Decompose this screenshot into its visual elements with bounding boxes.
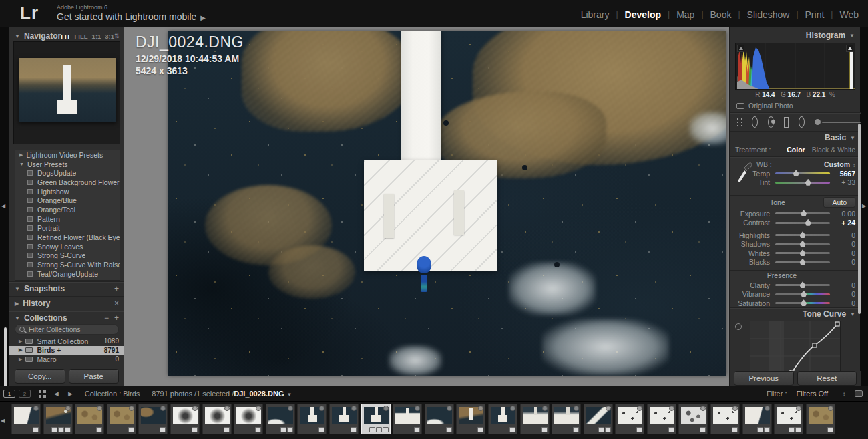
navigator-zoom-3-1[interactable]: 3:1 bbox=[105, 33, 114, 40]
metadata-badge-icon[interactable] bbox=[383, 427, 389, 432]
module-book[interactable]: Book bbox=[710, 9, 732, 20]
flag-badge-icon[interactable] bbox=[542, 406, 548, 411]
filmstrip-cell[interactable] bbox=[615, 404, 644, 434]
module-develop[interactable]: Develop bbox=[625, 9, 661, 20]
tone-curve-header[interactable]: Tone Curve▼ bbox=[730, 307, 861, 319]
metadata-badge-icon[interactable] bbox=[598, 427, 604, 432]
module-slideshow[interactable]: Slideshow bbox=[747, 9, 790, 20]
previous-photo-arrow-icon[interactable]: ◄ bbox=[53, 390, 60, 398]
slider-thumb[interactable] bbox=[793, 170, 799, 176]
filmstrip-cell[interactable] bbox=[297, 404, 327, 434]
filmstrip-cell[interactable] bbox=[710, 404, 740, 434]
filmstrip-cell[interactable] bbox=[488, 404, 517, 434]
identity-plate[interactable]: Get started with Lightroom mobile▶ bbox=[57, 11, 206, 22]
grid-view-icon[interactable] bbox=[39, 390, 46, 398]
history-header[interactable]: ▶ History × bbox=[9, 297, 124, 310]
metadata-badge-icon[interactable] bbox=[827, 427, 833, 432]
preset-item[interactable]: Lightshow bbox=[15, 187, 120, 196]
triangle-right-icon[interactable]: ▶ bbox=[19, 347, 22, 353]
filmstrip-cell[interactable] bbox=[520, 404, 550, 434]
add-snapshot-button[interactable]: + bbox=[114, 284, 119, 293]
slider-track[interactable] bbox=[775, 302, 830, 304]
flag-badge-icon[interactable] bbox=[129, 406, 134, 411]
filter-collections-input[interactable]: Filter Collections bbox=[15, 324, 119, 335]
metadata-badge-icon[interactable] bbox=[764, 427, 770, 432]
slider-track[interactable] bbox=[775, 212, 830, 214]
preset-item[interactable]: Orange/Blue bbox=[15, 196, 120, 205]
slider-track[interactable] bbox=[775, 182, 830, 184]
radial-filter-tool-icon[interactable] bbox=[799, 116, 805, 128]
metadata-badge-icon[interactable] bbox=[541, 427, 548, 432]
slider-track[interactable] bbox=[775, 172, 830, 174]
spot-removal-tool-icon[interactable] bbox=[752, 116, 758, 128]
filmstrip-cell[interactable] bbox=[393, 404, 422, 434]
metadata-badge-icon[interactable] bbox=[668, 427, 674, 432]
metadata-badge-icon[interactable] bbox=[509, 427, 515, 432]
auto-tone-button[interactable]: Auto bbox=[823, 197, 855, 208]
metadata-badge-icon[interactable] bbox=[700, 427, 706, 432]
collection-item-birds[interactable]: ▶Birds +8791 bbox=[9, 346, 124, 355]
metadata-badge-icon[interactable] bbox=[192, 427, 198, 432]
filmstrip-cell[interactable] bbox=[425, 404, 454, 434]
histogram-graph[interactable] bbox=[735, 43, 855, 90]
paste-button[interactable]: Paste bbox=[69, 369, 120, 384]
metadata-badge-icon[interactable] bbox=[795, 427, 801, 432]
treatment-color-button[interactable]: Color bbox=[787, 146, 805, 154]
flag-badge-icon[interactable] bbox=[383, 406, 389, 411]
filmstrip-cell[interactable] bbox=[107, 404, 136, 434]
collection-item-smart-collection[interactable]: ▶Smart Collection1089 bbox=[9, 337, 124, 346]
slider-track[interactable] bbox=[775, 252, 830, 254]
filmstrip-cell[interactable] bbox=[11, 404, 41, 434]
filmstrip-left-edge-arrow[interactable]: ◀ bbox=[1, 418, 5, 424]
navigator-thumbnail[interactable] bbox=[19, 58, 116, 122]
preset-item[interactable]: Refined Flower (Black Eyed Sus... bbox=[15, 233, 120, 242]
slider-track[interactable] bbox=[775, 234, 830, 236]
flag-badge-icon[interactable] bbox=[351, 406, 357, 411]
flag-badge-icon[interactable] bbox=[447, 406, 452, 411]
current-file-name[interactable]: DJI_0028.DNG bbox=[234, 390, 284, 398]
module-print[interactable]: Print bbox=[805, 9, 825, 20]
filmstrip-cell[interactable] bbox=[647, 404, 676, 434]
previous-button[interactable]: Previous bbox=[734, 371, 794, 386]
zoom-swap-icon[interactable]: ⇅ bbox=[114, 33, 120, 39]
slider-thumb[interactable] bbox=[801, 299, 807, 306]
main-window-button[interactable]: 1 bbox=[3, 390, 15, 398]
preset-item[interactable]: Pattern bbox=[15, 214, 120, 224]
metadata-badge-icon[interactable] bbox=[414, 427, 420, 432]
metadata-badge-icon[interactable] bbox=[318, 427, 324, 432]
flag-badge-icon[interactable] bbox=[732, 406, 738, 411]
slider-track[interactable] bbox=[775, 284, 830, 286]
current-collection-label[interactable]: Collection : Birds bbox=[85, 390, 140, 398]
collection-item-macro[interactable]: ▶Macro0 bbox=[9, 355, 124, 364]
original-photo-toggle[interactable]: Original Photo bbox=[736, 102, 793, 110]
collapse-right-panel-icon[interactable]: ▶ bbox=[862, 203, 866, 209]
filmstrip-cell[interactable] bbox=[329, 404, 359, 434]
preset-group[interactable]: ▼User Presets bbox=[15, 160, 120, 169]
collapse-left-panel-icon[interactable]: ◀ bbox=[1, 203, 5, 209]
navigator-zoom-fit[interactable]: FIT bbox=[61, 33, 70, 40]
module-web[interactable]: Web bbox=[839, 9, 859, 20]
slider-thumb[interactable] bbox=[800, 241, 806, 247]
metadata-badge-icon[interactable] bbox=[732, 427, 738, 432]
metadata-badge-icon[interactable] bbox=[287, 427, 293, 432]
slider-thumb[interactable] bbox=[805, 179, 811, 186]
filter-preset-dropdown[interactable]: Filters Off↕ bbox=[793, 389, 849, 398]
metadata-badge-icon[interactable] bbox=[376, 427, 382, 432]
histogram-header[interactable]: Histogram ▼ bbox=[730, 29, 860, 41]
filmstrip-cell[interactable] bbox=[552, 404, 581, 434]
filmstrip-cell-selected[interactable] bbox=[361, 404, 391, 434]
module-map[interactable]: Map bbox=[676, 9, 694, 20]
flag-badge-icon[interactable] bbox=[288, 406, 293, 411]
collections-header[interactable]: ▼ Collections −+ bbox=[9, 311, 124, 325]
metadata-badge-icon[interactable] bbox=[33, 427, 39, 432]
slider-thumb[interactable] bbox=[800, 281, 806, 288]
flag-badge-icon[interactable] bbox=[65, 406, 71, 411]
slider-thumb[interactable] bbox=[801, 210, 807, 216]
slider-thumb[interactable] bbox=[800, 259, 806, 265]
metadata-badge-icon[interactable] bbox=[477, 427, 483, 432]
filmstrip-cell[interactable] bbox=[774, 404, 803, 434]
preset-item[interactable]: Orange/Teal bbox=[15, 205, 120, 214]
reset-button[interactable]: Reset bbox=[797, 371, 857, 386]
second-window-button[interactable]: 2 bbox=[19, 390, 31, 398]
graduated-filter-tool-icon[interactable] bbox=[784, 117, 789, 128]
